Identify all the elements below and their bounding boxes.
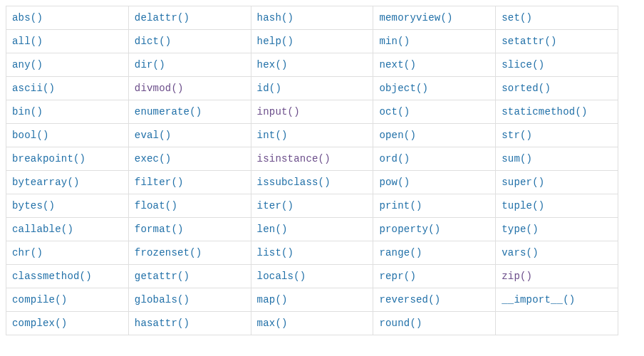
builtin-link[interactable]: issubclass(): [257, 177, 331, 188]
table-cell: super(): [496, 171, 618, 194]
builtin-link[interactable]: tuple(): [502, 200, 544, 211]
builtin-link[interactable]: help(): [257, 36, 294, 47]
builtin-link[interactable]: ord(): [379, 153, 410, 164]
builtin-link[interactable]: getattr(): [135, 271, 189, 282]
table-cell: reversed(): [373, 288, 496, 312]
builtin-link[interactable]: format(): [135, 224, 184, 235]
builtin-link[interactable]: set(): [502, 12, 532, 23]
builtin-link[interactable]: float(): [135, 200, 177, 211]
table-cell: float(): [128, 194, 251, 218]
table-cell: bin(): [6, 100, 129, 124]
builtin-link[interactable]: complex(): [12, 318, 67, 329]
builtin-link[interactable]: enumerate(): [135, 106, 202, 117]
builtin-link[interactable]: divmod(): [135, 83, 184, 94]
table-cell: input(): [251, 100, 373, 124]
builtin-link[interactable]: zip(): [502, 271, 532, 282]
table-cell: round(): [373, 312, 496, 335]
table-cell: getattr(): [128, 265, 251, 288]
builtin-link[interactable]: map(): [257, 294, 288, 305]
table-cell: str(): [496, 124, 618, 147]
builtin-link[interactable]: open(): [379, 130, 416, 141]
builtin-link[interactable]: chr(): [12, 247, 43, 258]
builtin-link[interactable]: bool(): [12, 130, 49, 141]
builtin-functions-table: abs()delattr()hash()memoryview()set()all…: [6, 6, 618, 335]
builtin-link[interactable]: setattr(): [502, 36, 556, 47]
builtin-link[interactable]: super(): [502, 177, 544, 188]
builtin-link[interactable]: sorted(): [502, 83, 551, 94]
builtin-link[interactable]: property(): [379, 224, 440, 235]
builtin-link[interactable]: callable(): [12, 224, 73, 235]
builtin-link[interactable]: hash(): [257, 12, 294, 23]
table-cell: help(): [251, 30, 373, 53]
builtin-link[interactable]: bytearray(): [12, 177, 80, 188]
builtin-link[interactable]: id(): [257, 83, 281, 94]
builtin-link[interactable]: ascii(): [12, 83, 55, 94]
table-cell: abs(): [6, 6, 129, 30]
builtin-link[interactable]: list(): [257, 247, 294, 258]
builtin-link[interactable]: bin(): [12, 106, 43, 117]
builtin-link[interactable]: max(): [257, 318, 288, 329]
table-cell: dict(): [128, 30, 251, 53]
builtin-link[interactable]: input(): [257, 106, 300, 117]
builtin-link[interactable]: bytes(): [12, 200, 55, 211]
builtin-link[interactable]: eval(): [135, 130, 172, 141]
builtin-link[interactable]: delattr(): [135, 12, 189, 23]
builtin-link[interactable]: reversed(): [379, 294, 440, 305]
builtin-link[interactable]: hasattr(): [135, 318, 189, 329]
table-cell: issubclass(): [251, 171, 373, 194]
builtin-link[interactable]: isinstance(): [257, 153, 331, 164]
table-cell: staticmethod(): [496, 100, 618, 124]
table-cell: repr(): [373, 265, 496, 288]
table-cell: len(): [251, 218, 373, 241]
builtin-link[interactable]: print(): [379, 200, 422, 211]
table-cell: isinstance(): [251, 147, 373, 171]
table-cell: set(): [496, 6, 618, 30]
builtin-link[interactable]: iter(): [257, 200, 294, 211]
table-cell: max(): [251, 312, 373, 335]
builtin-link[interactable]: all(): [12, 36, 43, 47]
builtin-link[interactable]: classmethod(): [12, 271, 92, 282]
builtin-link[interactable]: locals(): [257, 271, 306, 282]
builtin-link[interactable]: sum(): [502, 153, 532, 164]
table-cell: min(): [373, 30, 496, 53]
builtin-link[interactable]: dict(): [135, 36, 172, 47]
builtin-link[interactable]: min(): [379, 36, 410, 47]
table-cell: tuple(): [496, 194, 618, 218]
builtin-link[interactable]: range(): [379, 247, 422, 258]
builtin-link[interactable]: staticmethod(): [502, 106, 587, 117]
table-cell: format(): [128, 218, 251, 241]
builtin-link[interactable]: globals(): [135, 294, 189, 305]
table-cell: eval(): [128, 124, 251, 147]
table-cell: oct(): [373, 100, 496, 124]
builtin-link[interactable]: repr(): [379, 271, 416, 282]
builtin-link[interactable]: len(): [257, 224, 288, 235]
builtin-link[interactable]: breakpoint(): [12, 153, 85, 164]
builtin-link[interactable]: object(): [379, 83, 428, 94]
builtin-link[interactable]: exec(): [135, 153, 172, 164]
builtin-link[interactable]: type(): [502, 224, 539, 235]
builtin-link[interactable]: oct(): [379, 106, 410, 117]
builtin-link[interactable]: round(): [379, 318, 422, 329]
builtin-link[interactable]: str(): [502, 130, 532, 141]
table-cell: id(): [251, 77, 373, 100]
table-cell: globals(): [128, 288, 251, 312]
builtin-link[interactable]: vars(): [502, 247, 539, 258]
table-cell: callable(): [6, 218, 129, 241]
builtin-link[interactable]: filter(): [135, 177, 184, 188]
builtin-link[interactable]: memoryview(): [379, 12, 452, 23]
table-cell: __import__(): [496, 288, 618, 312]
builtin-link[interactable]: any(): [12, 59, 43, 70]
builtin-link[interactable]: dir(): [135, 59, 165, 70]
table-cell: hasattr(): [128, 312, 251, 335]
builtin-link[interactable]: int(): [257, 130, 288, 141]
table-cell: any(): [6, 53, 129, 77]
builtin-link[interactable]: __import__(): [502, 294, 575, 305]
builtin-link[interactable]: slice(): [502, 59, 544, 70]
builtin-link[interactable]: frozenset(): [135, 247, 202, 258]
builtin-link[interactable]: abs(): [12, 12, 43, 23]
builtin-link[interactable]: hex(): [257, 59, 288, 70]
builtin-link[interactable]: next(): [379, 59, 416, 70]
table-cell: int(): [251, 124, 373, 147]
builtin-link[interactable]: compile(): [12, 294, 67, 305]
builtin-link[interactable]: pow(): [379, 177, 410, 188]
